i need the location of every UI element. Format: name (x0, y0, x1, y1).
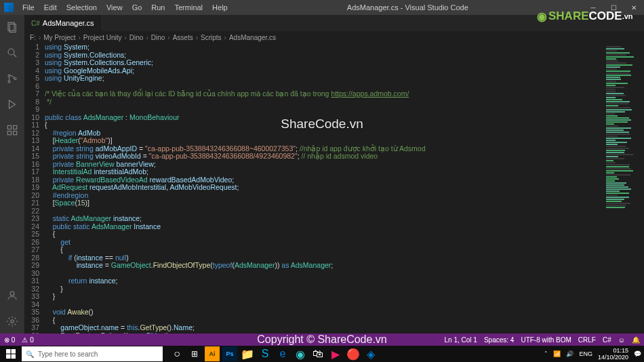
photoshop-icon[interactable]: Ps (222, 346, 237, 361)
svg-rect-11 (14, 132, 17, 135)
svg-rect-16 (6, 355, 10, 359)
status-warnings[interactable]: ⚠ 0 (22, 336, 33, 344)
breadcrumb-segment[interactable]: AdsManager.cs (229, 34, 276, 41)
svg-rect-8 (7, 125, 11, 129)
search-icon[interactable] (5, 46, 19, 60)
cortana-icon[interactable]: ○ (169, 346, 184, 361)
vscode-logo-icon (4, 3, 14, 12)
tray-chevron-icon[interactable]: ˄ (544, 350, 548, 357)
menu-edit[interactable]: Edit (39, 3, 62, 12)
skype-icon[interactable]: S (258, 346, 273, 361)
menu-selection[interactable]: Selection (62, 3, 102, 12)
start-button[interactable] (0, 346, 22, 362)
code-editor[interactable]: 1234567891011121314151617181920212223242… (24, 43, 644, 334)
status-lncol[interactable]: Ln 1, Col 1 (445, 336, 477, 344)
line-numbers: 1234567891011121314151617181920212223242… (24, 43, 45, 334)
breadcrumb-segment[interactable]: Scripts (201, 34, 222, 41)
edge-new-icon[interactable]: ◉ (293, 346, 308, 361)
svg-point-2 (8, 49, 14, 55)
tab-adsmanager[interactable]: C# AdsManager.cs (24, 15, 101, 31)
status-spaces[interactable]: Spaces: 4 (484, 336, 514, 344)
minimap[interactable] (603, 43, 644, 334)
status-eol[interactable]: CRLF (578, 336, 596, 344)
extensions-icon[interactable] (5, 123, 19, 137)
explorer-icon[interactable] (5, 20, 19, 34)
menu-terminal[interactable]: Terminal (170, 3, 208, 12)
status-bell-icon[interactable]: 🔔 (632, 336, 640, 344)
breadcrumb-segment[interactable]: Dino (151, 34, 165, 41)
activity-bar (0, 15, 24, 334)
svg-point-5 (8, 81, 10, 83)
status-errors[interactable]: ⊗ 0 (4, 336, 15, 344)
tray-volume-icon[interactable]: 🔊 (566, 350, 573, 357)
system-tray: ˄ 📶 🔊 ENG 01:15 14/10/2020 💬 (544, 347, 644, 361)
svg-rect-14 (6, 349, 10, 353)
svg-rect-15 (12, 349, 16, 353)
svg-point-13 (11, 320, 14, 323)
store-icon[interactable]: 🛍 (310, 346, 325, 361)
menu-go[interactable]: Go (127, 3, 147, 12)
watermark-logo: ◉ SHARECODE.vn (537, 8, 639, 24)
tab-label: AdsManager.cs (43, 19, 94, 27)
windows-taskbar: 🔍 Type here to search ○ ⊞ Ai Ps 📁 S e ◉ … (0, 346, 644, 362)
svg-rect-9 (14, 125, 17, 129)
settings-icon[interactable] (5, 315, 19, 328)
tray-network-icon[interactable]: 📶 (553, 350, 561, 357)
account-icon[interactable] (5, 289, 19, 302)
svg-marker-7 (9, 100, 16, 108)
menu-run[interactable]: Run (146, 3, 169, 12)
tray-notifications-icon[interactable]: 💬 (634, 350, 641, 357)
menu-help[interactable]: Help (207, 3, 233, 12)
svg-point-6 (14, 78, 16, 80)
svg-point-4 (8, 75, 10, 77)
editor-area: C# AdsManager.cs F:›My Project›Project U… (24, 15, 644, 334)
search-placeholder: Type here to search (38, 350, 98, 358)
status-lang[interactable]: C# (603, 336, 611, 344)
menu-bar: FileEditSelectionViewGoRunTerminalHelp (18, 3, 233, 12)
svg-line-3 (14, 54, 16, 57)
vscode-task-icon[interactable]: ◈ (363, 346, 378, 361)
status-bar: ⊗ 0 ⚠ 0 Ln 1, Col 1 Spaces: 4 UTF-8 with… (0, 334, 644, 346)
run-debug-icon[interactable] (5, 98, 19, 111)
tray-lang[interactable]: ENG (579, 350, 592, 357)
chrome-icon[interactable]: 🔴 (346, 346, 361, 361)
breadcrumb-segment[interactable]: Dino (129, 34, 144, 41)
status-encoding[interactable]: UTF-8 with BOM (521, 336, 571, 344)
svg-rect-17 (12, 355, 16, 359)
source-control-icon[interactable] (5, 72, 19, 85)
folder-icon[interactable]: 📁 (240, 346, 255, 361)
window-title: AdsManager.cs - Visual Studio Code (233, 3, 583, 12)
breadcrumb-segment[interactable]: F: (30, 34, 36, 41)
tray-clock[interactable]: 01:15 14/10/2020 (598, 347, 628, 361)
illustrator-icon[interactable]: Ai (205, 346, 220, 361)
status-feedback-icon[interactable]: ☺ (618, 336, 625, 344)
search-icon: 🔍 (26, 350, 34, 358)
taskview-icon[interactable]: ⊞ (187, 346, 202, 361)
breadcrumb-segment[interactable]: Project Unity (83, 34, 122, 41)
breadcrumb-segment[interactable]: Assets (173, 34, 193, 41)
svg-point-12 (10, 291, 14, 296)
movies-icon[interactable]: ▶ (328, 346, 343, 361)
edge-icon[interactable]: e (275, 346, 290, 361)
taskbar-search[interactable]: 🔍 Type here to search (22, 346, 163, 361)
csharp-file-icon: C# (31, 20, 40, 27)
svg-rect-10 (7, 132, 11, 135)
breadcrumbs[interactable]: F:›My Project›Project Unity›Dino›Dino›As… (24, 31, 644, 43)
breadcrumb-segment[interactable]: My Project (43, 34, 75, 41)
code-lines[interactable]: using System;using System.Collections;us… (45, 43, 603, 334)
menu-file[interactable]: File (18, 3, 39, 12)
menu-view[interactable]: View (102, 3, 127, 12)
taskbar-apps: ○ ⊞ Ai Ps 📁 S e ◉ 🛍 ▶ 🔴 ◈ (169, 346, 378, 362)
